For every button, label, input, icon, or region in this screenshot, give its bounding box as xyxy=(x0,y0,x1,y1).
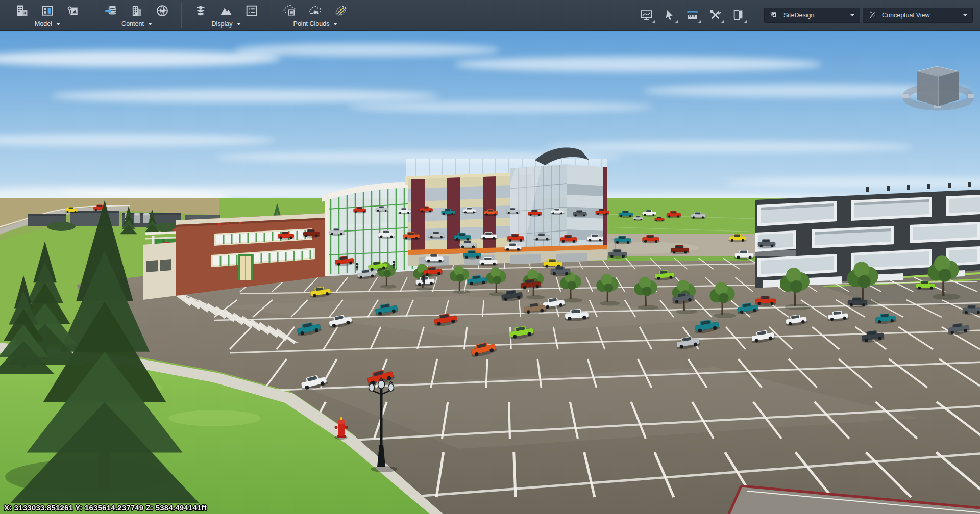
flyout-indicator xyxy=(652,20,655,23)
surface-layers-button[interactable] xyxy=(191,3,210,19)
toolbar-divider xyxy=(756,5,756,25)
display-properties-button[interactable] xyxy=(242,3,261,19)
model-group-label: Model xyxy=(35,20,52,28)
toolbar-right-tools: SiteDesign Conceptual View xyxy=(636,0,980,30)
flyout-indicator xyxy=(744,20,747,23)
scene-canvas[interactable] xyxy=(0,31,980,514)
model-explorer-button[interactable] xyxy=(38,3,57,19)
proposal-dropdown-value: SiteDesign xyxy=(783,12,814,19)
toolbar-group-content: Content xyxy=(93,0,180,30)
toolbar-group-point-clouds: Point Clouds xyxy=(272,0,359,30)
point-cloud-roads-button[interactable] xyxy=(331,3,351,19)
toolbar-divider xyxy=(360,3,360,28)
proposal-scroll-icon xyxy=(66,4,80,18)
chevron-down-icon xyxy=(333,23,337,25)
point-cloud-list-icon xyxy=(283,4,297,18)
stylus-icon xyxy=(868,10,877,20)
list-panel-icon xyxy=(244,4,259,18)
flyout-indicator xyxy=(698,20,701,23)
toolbar-divider xyxy=(271,3,271,28)
proposal-dropdown[interactable]: SiteDesign xyxy=(764,8,860,23)
point-cloud-panel-button[interactable] xyxy=(280,3,300,19)
book-panels-icon xyxy=(731,8,745,22)
import-data-button[interactable] xyxy=(102,3,121,19)
point-cloud-terrain-icon xyxy=(308,4,323,18)
building-icon xyxy=(15,4,29,18)
mountains-icon xyxy=(219,4,233,18)
flyout-indicator xyxy=(721,20,724,23)
model-home-button[interactable] xyxy=(12,3,32,19)
chevron-down-icon xyxy=(56,23,60,25)
database-import-icon xyxy=(104,4,118,18)
toolbar-groups: Model xyxy=(0,0,361,30)
cursor-arrow-icon xyxy=(663,8,676,22)
render-button[interactable] xyxy=(636,6,656,25)
display-group-label: Display xyxy=(212,20,233,28)
model-builder-button[interactable] xyxy=(153,3,172,19)
terrain-themes-button[interactable] xyxy=(216,3,236,19)
toolbar-divider xyxy=(92,3,92,28)
measure-button[interactable] xyxy=(682,6,702,25)
view-style-dropdown-value: Conceptual View xyxy=(882,12,930,19)
display-group-menu[interactable]: Display xyxy=(212,20,241,28)
toolbar-group-display: Display xyxy=(183,0,270,30)
proposal-scroll-icon xyxy=(769,10,779,20)
toolbar-group-model: Model xyxy=(4,0,91,30)
point-cloud-terrain-button[interactable] xyxy=(306,3,325,19)
globe-icon xyxy=(155,4,169,18)
buildings-icon xyxy=(130,4,144,18)
coordinate-readout: X: 3133033.851261 Y: 1635614.237749 Z: 5… xyxy=(4,503,207,512)
chevron-down-icon xyxy=(237,23,241,25)
render-monitor-icon xyxy=(640,8,653,22)
select-button[interactable] xyxy=(659,6,679,25)
viewport-3d[interactable]: X: 3133033.851261 Y: 1635614.237749 Z: 5… xyxy=(0,31,980,514)
point-cloud-roads-icon xyxy=(334,4,348,18)
utilities-button[interactable] xyxy=(705,6,725,25)
panels-button[interactable] xyxy=(728,6,748,25)
content-group-menu[interactable]: Content xyxy=(121,20,152,28)
chevron-down-icon xyxy=(850,14,855,16)
point-clouds-group-label: Point Clouds xyxy=(293,20,330,28)
proposals-button[interactable] xyxy=(63,3,83,19)
chevron-down-icon xyxy=(963,14,968,16)
toolbar-divider xyxy=(181,3,182,28)
chevron-down-icon xyxy=(148,23,152,25)
content-group-label: Content xyxy=(121,20,144,28)
model-group-menu[interactable]: Model xyxy=(35,20,60,28)
top-toolbar: Model xyxy=(0,0,980,31)
flyout-indicator xyxy=(675,20,678,23)
panel-layout-icon xyxy=(40,4,55,18)
view-style-dropdown[interactable]: Conceptual View xyxy=(863,8,973,23)
point-clouds-group-menu[interactable]: Point Clouds xyxy=(293,20,338,28)
crossed-tools-icon xyxy=(708,8,722,22)
layers-icon xyxy=(193,4,208,18)
measure-ruler-icon xyxy=(685,8,699,22)
content-buildings-button[interactable] xyxy=(127,3,146,19)
